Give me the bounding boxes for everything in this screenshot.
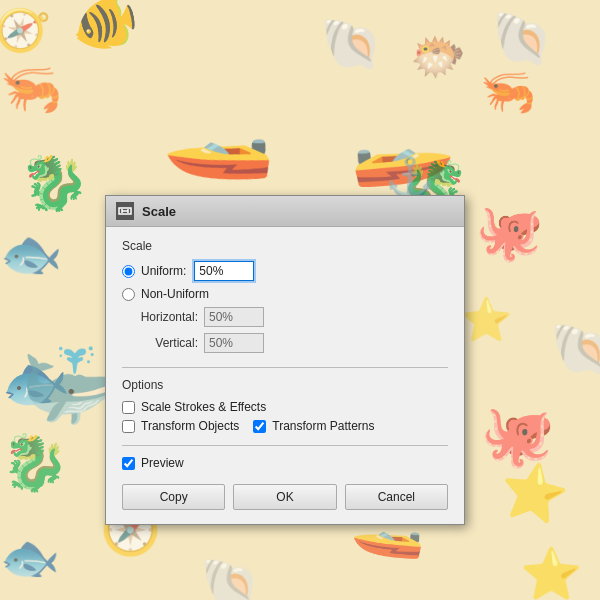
- transform-patterns-checkbox[interactable]: [253, 420, 266, 433]
- scale-strokes-label: Scale Strokes & Effects: [141, 400, 266, 414]
- horizontal-row: Horizontal:: [126, 307, 448, 327]
- dialog-body: Scale Uniform: Non-Uniform Horizontal: V…: [106, 227, 464, 524]
- uniform-radio[interactable]: [122, 265, 135, 278]
- buttons-row: Copy OK Cancel: [122, 484, 448, 510]
- horizontal-label: Horizontal:: [126, 310, 198, 324]
- options-section-label: Options: [122, 378, 448, 392]
- scale-strokes-row: Scale Strokes & Effects: [122, 400, 448, 414]
- scale-strokes-checkbox[interactable]: [122, 401, 135, 414]
- vertical-label: Vertical:: [126, 336, 198, 350]
- transform-objects-checkbox[interactable]: [122, 420, 135, 433]
- scale-section-label: Scale: [122, 239, 448, 253]
- preview-row: Preview: [122, 456, 448, 470]
- vertical-input[interactable]: [204, 333, 264, 353]
- uniform-row: Uniform:: [122, 261, 448, 281]
- horizontal-input[interactable]: [204, 307, 264, 327]
- preview-checkbox[interactable]: [122, 457, 135, 470]
- scale-dialog: Scale Scale Uniform: Non-Uniform Horizon…: [105, 195, 465, 525]
- transform-objects-label: Transform Objects: [141, 419, 239, 433]
- copy-button[interactable]: Copy: [122, 484, 225, 510]
- dialog-icon: [116, 202, 134, 220]
- uniform-input[interactable]: [194, 261, 254, 281]
- divider-2: [122, 445, 448, 446]
- divider: [122, 367, 448, 368]
- vertical-row: Vertical:: [126, 333, 448, 353]
- cancel-button[interactable]: Cancel: [345, 484, 448, 510]
- ok-button[interactable]: OK: [233, 484, 336, 510]
- non-uniform-label: Non-Uniform: [141, 287, 209, 301]
- transform-patterns-label: Transform Patterns: [272, 419, 374, 433]
- transform-options-row: Transform Objects Transform Patterns: [122, 419, 448, 433]
- preview-label: Preview: [141, 456, 184, 470]
- dialog-titlebar: Scale: [106, 196, 464, 227]
- scale-section: Scale Uniform: Non-Uniform Horizontal: V…: [122, 239, 448, 353]
- uniform-label: Uniform:: [141, 264, 186, 278]
- dialog-title: Scale: [142, 204, 176, 219]
- non-uniform-row: Non-Uniform: [122, 287, 448, 301]
- non-uniform-radio[interactable]: [122, 288, 135, 301]
- options-section: Options Scale Strokes & Effects Transfor…: [122, 378, 448, 433]
